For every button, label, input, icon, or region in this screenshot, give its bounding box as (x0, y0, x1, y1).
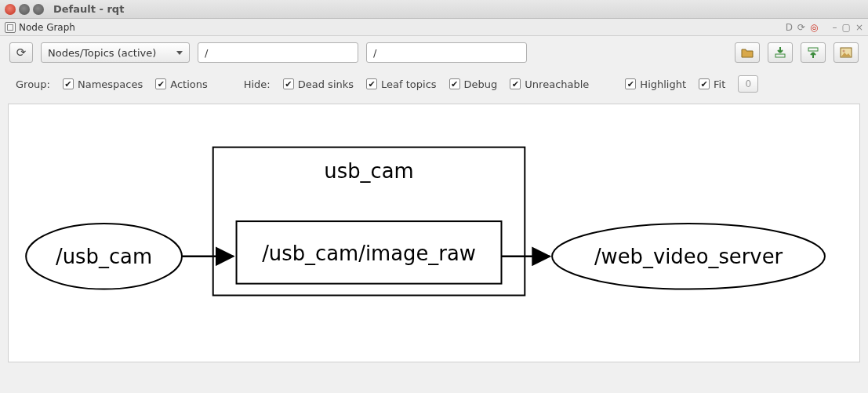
node-filter-input[interactable]: / (198, 42, 358, 63)
toolbar: ⟳ Nodes/Topics (active) / / (0, 36, 868, 69)
plugin-title: Node Graph (19, 22, 75, 33)
folder-icon (741, 47, 754, 58)
plugin-restore-icon[interactable]: ▢ (842, 22, 851, 33)
load-layout-button[interactable] (768, 42, 793, 63)
svg-point-3 (843, 50, 845, 53)
fit-label: Fit (714, 78, 725, 90)
options-row: Group: ✔ Namespaces ✔ Actions Hide: ✔ De… (0, 69, 868, 104)
hide-label: Hide: (244, 78, 271, 90)
highlight-label: Highlight (640, 78, 686, 90)
actions-label: Actions (170, 78, 208, 90)
window-minimize-button[interactable] (19, 4, 30, 15)
chevron-down-icon (176, 51, 183, 55)
namespaces-label: Namespaces (78, 78, 143, 90)
unreachable-label: Unreachable (525, 78, 589, 90)
dead-sinks-checkbox[interactable]: ✔ Dead sinks (283, 78, 354, 90)
d-icon[interactable]: D (786, 22, 793, 33)
fit-checkbox[interactable]: ✔ Fit (699, 78, 725, 90)
node-web-video-server-label: /web_video_server (594, 245, 783, 268)
node-graph-svg: usb_cam /usb_cam /usb_cam/image_raw /web… (9, 104, 859, 362)
plugin-close-icon[interactable]: × (855, 22, 863, 33)
open-folder-button[interactable] (735, 42, 760, 63)
leaf-topics-label: Leaf topics (381, 78, 437, 90)
checkbox-icon: ✔ (625, 78, 636, 89)
unreachable-checkbox[interactable]: ✔ Unreachable (510, 78, 589, 90)
graph-canvas[interactable]: usb_cam /usb_cam /usb_cam/image_raw /web… (8, 104, 860, 362)
window-maximize-button[interactable] (33, 4, 44, 15)
plugin-icon (5, 22, 16, 33)
namespaces-checkbox[interactable]: ✔ Namespaces (63, 78, 143, 90)
checkbox-icon: ✔ (699, 78, 710, 89)
export-image-button[interactable] (833, 42, 859, 63)
depth-value: 0 (745, 78, 751, 89)
checkbox-icon: ✔ (155, 78, 166, 89)
actions-checkbox[interactable]: ✔ Actions (155, 78, 208, 90)
plugin-minimize-icon[interactable]: – (833, 22, 837, 33)
checkbox-icon: ✔ (63, 78, 74, 89)
svg-rect-1 (808, 48, 818, 51)
arrow-up-tree-icon (807, 47, 819, 58)
group-label: Group: (16, 78, 50, 90)
refresh-icon: ⟳ (16, 45, 27, 60)
highlight-checkbox[interactable]: ✔ Highlight (625, 78, 686, 90)
plugin-caption-bar: Node Graph D ⟳ ◎ – ▢ × (0, 19, 868, 36)
refresh-button[interactable]: ⟳ (9, 42, 33, 63)
checkbox-icon: ✔ (449, 78, 460, 89)
image-icon (840, 47, 852, 58)
mini-refresh-icon[interactable]: ⟳ (797, 22, 805, 33)
svg-rect-0 (775, 54, 785, 57)
checkbox-icon: ✔ (510, 78, 521, 89)
debug-label: Debug (464, 78, 498, 90)
window-titlebar: Default - rqt (0, 0, 868, 19)
depth-spinbox[interactable]: 0 (738, 75, 758, 93)
view-mode-label: Nodes/Topics (active) (48, 47, 156, 59)
topic-image-raw-label: /usb_cam/image_raw (262, 242, 476, 265)
topic-filter-value: / (373, 47, 376, 59)
namespace-label: usb_cam (324, 159, 413, 183)
checkbox-icon: ✔ (283, 78, 294, 89)
checkbox-icon: ✔ (366, 78, 377, 89)
view-mode-dropdown[interactable]: Nodes/Topics (active) (41, 42, 190, 63)
debug-checkbox[interactable]: ✔ Debug (449, 78, 498, 90)
save-layout-button[interactable] (801, 42, 826, 63)
arrow-down-tree-icon (774, 47, 786, 58)
node-filter-value: / (205, 47, 208, 59)
topic-filter-input[interactable]: / (366, 42, 527, 63)
window-title: Default - rqt (53, 3, 124, 15)
dead-sinks-label: Dead sinks (298, 78, 354, 90)
node-usb-cam-label: /usb_cam (56, 245, 152, 268)
window-close-button[interactable] (5, 4, 16, 15)
target-icon[interactable]: ◎ (810, 22, 818, 33)
leaf-topics-checkbox[interactable]: ✔ Leaf topics (366, 78, 437, 90)
